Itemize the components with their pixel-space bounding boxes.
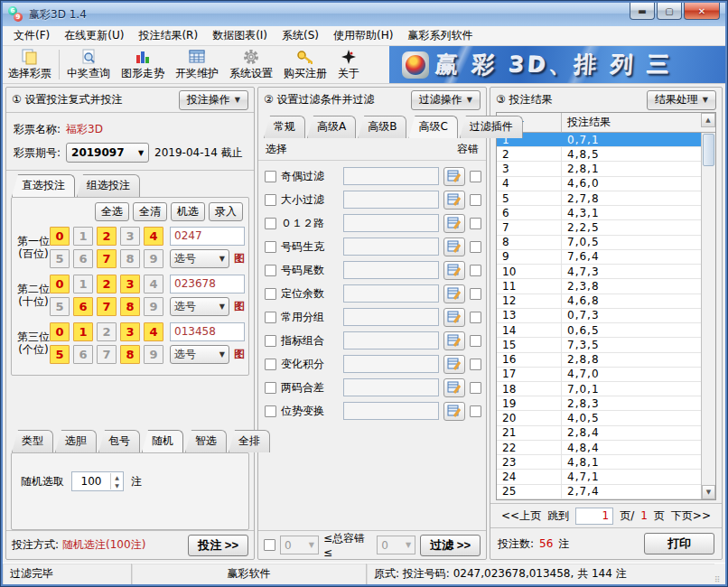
result-actions-dropdown[interactable]: 结果处理▼ bbox=[647, 90, 716, 110]
result-table-row[interactable]: 112,3,8 bbox=[497, 279, 701, 294]
tolerance-checkbox[interactable] bbox=[470, 382, 481, 394]
menu-system[interactable]: 系统(S) bbox=[275, 26, 326, 45]
result-table-row[interactable]: 212,8,4 bbox=[497, 426, 701, 441]
bet-actions-dropdown[interactable]: 投注操作▼ bbox=[179, 90, 248, 110]
next-page-button[interactable]: 下页>> bbox=[671, 508, 711, 524]
minimize-button[interactable]: ▬ bbox=[630, 3, 655, 20]
digit-button[interactable]: 7 bbox=[97, 249, 117, 268]
filter-edit-button[interactable] bbox=[443, 331, 465, 350]
random-pick-button[interactable]: 机选 bbox=[171, 202, 205, 221]
menu-help[interactable]: 使用帮助(H) bbox=[326, 26, 400, 45]
trend-chart-button[interactable]: 图形走势 bbox=[116, 46, 170, 83]
digit-button[interactable]: 1 bbox=[73, 322, 93, 341]
result-table-row[interactable]: 224,8,4 bbox=[497, 441, 701, 455]
filter-enable-checkbox[interactable] bbox=[265, 288, 276, 300]
result-table-row[interactable]: 87,0,5 bbox=[497, 236, 701, 250]
result-table-row[interactable]: 204,0,5 bbox=[497, 411, 701, 425]
manual-entry-button[interactable]: 录入 bbox=[209, 202, 243, 221]
digit-button[interactable]: 7 bbox=[97, 297, 117, 316]
filter-button[interactable]: 过滤 >> bbox=[420, 535, 481, 556]
prev-page-button[interactable]: <<上页 bbox=[501, 508, 541, 524]
page-number-input[interactable]: 1 bbox=[575, 508, 613, 525]
filter-condition-field[interactable] bbox=[343, 191, 439, 209]
digit-button[interactable]: 5 bbox=[50, 249, 70, 268]
filter-enable-checkbox[interactable] bbox=[265, 359, 276, 370]
result-table-row[interactable]: 174,7,0 bbox=[497, 368, 701, 382]
mode-tab-1[interactable]: 类型 bbox=[12, 430, 53, 452]
tolerance-checkbox[interactable] bbox=[470, 218, 481, 229]
random-count-stepper[interactable]: 100 ▲▼ bbox=[71, 471, 124, 491]
result-table-row[interactable]: 52,7,8 bbox=[497, 191, 701, 206]
stepper-arrows-icon[interactable]: ▲▼ bbox=[110, 473, 123, 489]
filter-edit-button[interactable] bbox=[443, 402, 465, 421]
digit-button[interactable]: 1 bbox=[73, 275, 93, 294]
filter-enable-checkbox[interactable] bbox=[265, 312, 276, 323]
result-table-row[interactable]: 10,7,1 bbox=[497, 133, 701, 147]
clear-all-button[interactable]: 全清 bbox=[133, 202, 167, 221]
result-table-row[interactable]: 104,7,3 bbox=[497, 265, 701, 279]
tolerance-checkbox[interactable] bbox=[470, 335, 481, 347]
result-table-row[interactable]: 24,8,5 bbox=[497, 147, 701, 162]
digit-button[interactable]: 0 bbox=[50, 322, 70, 341]
filter-edit-button[interactable] bbox=[443, 378, 465, 397]
mode-tab-2[interactable]: 选胆 bbox=[55, 430, 97, 452]
tolerance-checkbox[interactable] bbox=[470, 312, 481, 323]
digit-button[interactable]: 3 bbox=[120, 275, 140, 294]
filter-enable-checkbox[interactable] bbox=[265, 265, 276, 276]
result-table-row[interactable]: 130,7,3 bbox=[497, 309, 701, 323]
digit-button[interactable]: 8 bbox=[120, 249, 140, 268]
filter-enable-checkbox[interactable] bbox=[265, 218, 276, 229]
scroll-down-icon[interactable]: ▼ bbox=[702, 485, 715, 499]
select-lottery-button[interactable]: 选择彩票 bbox=[3, 46, 57, 83]
filter-tab-5[interactable]: 过滤插件 bbox=[460, 116, 523, 138]
tolerance-checkbox[interactable] bbox=[470, 171, 481, 182]
filter-edit-button[interactable] bbox=[443, 355, 465, 374]
filter-tab-1[interactable]: 常规 bbox=[264, 116, 305, 138]
menu-file[interactable]: 文件(F) bbox=[6, 26, 57, 45]
tolerance-checkbox[interactable] bbox=[470, 359, 481, 370]
tab-direct-bet[interactable]: 直选投注 bbox=[12, 174, 75, 197]
result-table-row[interactable]: 187,0,1 bbox=[497, 382, 701, 396]
menu-bet-results[interactable]: 投注结果(R) bbox=[131, 26, 205, 45]
menu-data-charts[interactable]: 数据图表(I) bbox=[205, 26, 275, 45]
tolerance-min-dropdown[interactable]: 0▼ bbox=[280, 536, 319, 554]
filter-tab-2[interactable]: 高级A bbox=[307, 116, 356, 138]
digit-button[interactable]: 4 bbox=[144, 322, 163, 341]
selected-digits-field[interactable]: 013458 bbox=[170, 322, 245, 341]
filter-condition-field[interactable] bbox=[343, 331, 439, 349]
print-button[interactable]: 打印 bbox=[644, 533, 714, 554]
digit-button[interactable]: 3 bbox=[120, 322, 140, 341]
tolerance-checkbox[interactable] bbox=[470, 241, 481, 253]
filter-enable-checkbox[interactable] bbox=[265, 382, 276, 394]
mode-tab-4[interactable]: 随机 bbox=[142, 430, 183, 452]
filter-enable-checkbox[interactable] bbox=[265, 171, 276, 182]
menu-series-software[interactable]: 赢彩系列软件 bbox=[400, 26, 480, 45]
mode-tab-5[interactable]: 智选 bbox=[185, 430, 227, 452]
filter-condition-field[interactable] bbox=[343, 261, 439, 279]
digit-button[interactable]: 4 bbox=[144, 227, 163, 246]
digit-button[interactable]: 2 bbox=[97, 227, 117, 246]
filter-edit-button[interactable] bbox=[443, 167, 465, 186]
chart-link[interactable]: 图 bbox=[234, 347, 245, 362]
scrollbar-thumb[interactable] bbox=[703, 134, 714, 166]
result-table-row[interactable]: 64,3,1 bbox=[497, 206, 701, 220]
column-header-result[interactable]: 投注结果 bbox=[562, 113, 701, 132]
digit-button[interactable]: 2 bbox=[97, 275, 117, 294]
result-table-row[interactable]: 44,6,0 bbox=[497, 177, 701, 191]
draw-maintain-button[interactable]: 开奖维护 bbox=[170, 46, 224, 83]
result-table-row[interactable]: 140,6,5 bbox=[497, 323, 701, 338]
digit-button[interactable]: 2 bbox=[97, 322, 117, 341]
buy-register-button[interactable]: 购买注册 bbox=[278, 46, 332, 83]
result-table-row[interactable]: 252,7,4 bbox=[497, 485, 701, 499]
result-table-row[interactable]: 234,8,1 bbox=[497, 455, 701, 470]
select-all-button[interactable]: 全选 bbox=[95, 202, 129, 221]
selected-digits-field[interactable]: 023678 bbox=[170, 275, 245, 294]
pick-number-dropdown[interactable]: 选号▼ bbox=[170, 249, 229, 268]
scroll-up-icon[interactable]: ▲ bbox=[701, 113, 715, 127]
filter-enable-checkbox[interactable] bbox=[265, 241, 276, 253]
result-table-row[interactable]: 124,6,8 bbox=[497, 294, 701, 309]
filter-tab-4[interactable]: 高级C bbox=[408, 116, 457, 138]
result-table-row[interactable]: 157,3,5 bbox=[497, 338, 701, 352]
digit-button[interactable]: 8 bbox=[120, 297, 140, 316]
result-table-row[interactable]: 97,6,4 bbox=[497, 250, 701, 265]
